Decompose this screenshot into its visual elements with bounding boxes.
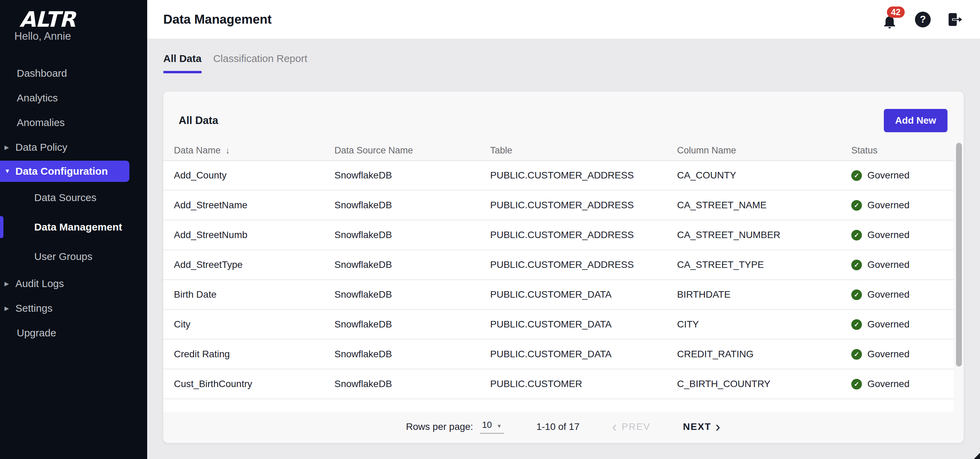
column-header-column-name[interactable]: Column Name	[677, 145, 851, 156]
sidebar-nav: Dashboard Analytics Anomalies Data Polic…	[0, 61, 147, 345]
sidebar-item-audit-logs[interactable]: Audit Logs	[0, 271, 147, 296]
tab-classification-report[interactable]: Classification Report	[213, 53, 307, 73]
cell-status: Governed	[851, 259, 954, 270]
column-header-table[interactable]: Table	[490, 145, 677, 156]
cell-status: Governed	[851, 200, 954, 211]
cell-status: Governed	[851, 170, 954, 181]
cell-table: PUBLIC.CUSTOMER_DATA	[490, 289, 677, 300]
sidebar: ALTR Hello, Annie Dashboard Analytics An…	[0, 0, 147, 459]
table-row[interactable]: Credit Rating SnowflakeDB PUBLIC.CUSTOME…	[163, 340, 954, 370]
active-tab-underline	[163, 71, 202, 73]
governed-check-icon	[851, 200, 862, 211]
altr-logo-text: ALTR	[18, 7, 80, 32]
table-scrollbar-thumb[interactable]	[956, 143, 962, 367]
cell-data-source-name: SnowflakeDB	[334, 319, 490, 330]
rows-per-page-label: Rows per page:	[406, 421, 473, 432]
sidebar-item-analytics[interactable]: Analytics	[0, 86, 147, 110]
notification-badge: 42	[887, 6, 905, 18]
cell-column-name: CA_COUNTY	[677, 170, 851, 181]
cell-status: Governed	[851, 378, 954, 389]
cell-table: PUBLIC.CUSTOMER_DATA	[490, 319, 677, 330]
sidebar-item-settings[interactable]: Settings	[0, 296, 147, 320]
cell-data-name: Add_StreetType	[174, 259, 334, 270]
cell-status: Governed	[851, 230, 954, 241]
governed-check-icon	[851, 319, 862, 330]
cell-column-name: CA_STREET_TYPE	[677, 259, 851, 270]
caret-down-icon	[497, 419, 502, 430]
prev-page-button[interactable]: ‹ PREV	[612, 421, 651, 432]
table-row[interactable]: Add_StreetName SnowflakeDB PUBLIC.CUSTOM…	[163, 191, 954, 221]
cell-data-name: Add_StreetName	[174, 200, 334, 211]
card-header: All Data Add New	[163, 91, 964, 140]
cell-data-source-name: SnowflakeDB	[334, 170, 490, 181]
cell-column-name: CREDIT_RATING	[677, 349, 851, 360]
governed-check-icon	[851, 379, 862, 389]
greeting-text: Hello, Annie	[14, 30, 71, 43]
cell-table: PUBLIC.CUSTOMER_DATA	[490, 349, 677, 360]
sidebar-item-data-sources[interactable]: Data Sources	[0, 183, 147, 212]
column-header-data-name[interactable]: Data Name	[174, 145, 334, 156]
table-row[interactable]: Birth Date SnowflakeDB PUBLIC.CUSTOMER_D…	[163, 280, 954, 310]
table-row[interactable]: Add_County SnowflakeDB PUBLIC.CUSTOMER_A…	[163, 161, 954, 191]
next-page-button[interactable]: NEXT ›	[683, 421, 721, 432]
cell-table: PUBLIC.CUSTOMER	[490, 378, 677, 389]
logout-button[interactable]	[947, 11, 964, 28]
cell-data-source-name: SnowflakeDB	[334, 200, 490, 211]
table-row[interactable]: Add_StreetType SnowflakeDB PUBLIC.CUSTOM…	[163, 250, 954, 280]
cell-data-name: Add_StreetNumb	[174, 230, 334, 241]
sidebar-item-data-policy[interactable]: Data Policy	[0, 135, 147, 159]
altr-logo: ALTR	[18, 7, 80, 32]
table-row[interactable]: Add_StreetNumb SnowflakeDB PUBLIC.CUSTOM…	[163, 221, 954, 250]
governed-check-icon	[851, 170, 862, 181]
cell-data-name: Add_County	[174, 170, 334, 181]
sidebar-item-anomalies[interactable]: Anomalies	[0, 110, 147, 135]
table-row[interactable]: Cust_BirthCountry SnowflakeDB PUBLIC.CUS…	[163, 370, 954, 399]
cell-table: PUBLIC.CUSTOMER_ADDRESS	[490, 259, 677, 270]
cell-data-source-name: SnowflakeDB	[334, 230, 490, 241]
sidebar-item-user-groups[interactable]: User Groups	[0, 242, 147, 271]
cell-table: PUBLIC.CUSTOMER_ADDRESS	[490, 230, 677, 241]
rows-per-page-select[interactable]: 10	[480, 419, 504, 434]
notifications-button[interactable]: 42	[881, 8, 899, 30]
pagination-bar: Rows per page: 10 1-10 of 17 ‹ PREV NEXT…	[163, 412, 964, 441]
help-button[interactable]	[915, 12, 931, 27]
header-icons: 42	[881, 8, 964, 30]
top-header: Data Management 42	[147, 0, 980, 39]
page-title: Data Management	[163, 12, 272, 27]
all-data-card: All Data Add New Data Name Data Source N…	[163, 91, 964, 443]
main-content: Data Management 42 All Data	[147, 0, 980, 459]
cell-data-name: City	[174, 319, 334, 330]
chevron-collapsed-icon	[5, 280, 15, 287]
card-title: All Data	[179, 115, 218, 127]
cell-table: PUBLIC.CUSTOMER_ADDRESS	[490, 200, 677, 211]
cell-data-source-name: SnowflakeDB	[334, 259, 490, 270]
tab-all-data[interactable]: All Data	[163, 53, 202, 73]
sidebar-item-dashboard[interactable]: Dashboard	[0, 61, 147, 86]
cell-column-name: CA_STREET_NUMBER	[677, 230, 851, 241]
cell-data-name: Credit Rating	[174, 349, 334, 360]
cell-column-name: CA_STREET_NAME	[677, 200, 851, 211]
governed-check-icon	[851, 349, 862, 360]
column-header-data-source-name[interactable]: Data Source Name	[334, 145, 490, 156]
sidebar-item-data-configuration[interactable]: Data Configuration	[0, 161, 129, 182]
cell-data-source-name: SnowflakeDB	[334, 378, 490, 389]
governed-check-icon	[851, 260, 862, 270]
cell-data-name: Birth Date	[174, 289, 334, 300]
add-new-button[interactable]: Add New	[884, 109, 948, 132]
table-body: Add_County SnowflakeDB PUBLIC.CUSTOMER_A…	[163, 161, 964, 399]
governed-check-icon	[851, 230, 862, 241]
sort-arrow-down-icon	[226, 145, 230, 156]
cell-column-name: C_BIRTH_COUNTRY	[677, 378, 851, 389]
table-row[interactable]: City SnowflakeDB PUBLIC.CUSTOMER_DATA CI…	[163, 310, 954, 340]
cell-data-source-name: SnowflakeDB	[334, 349, 490, 360]
tab-classification-report-label: Classification Report	[213, 53, 307, 64]
cell-status: Governed	[851, 349, 954, 360]
cell-column-name: BIRTHDATE	[677, 289, 851, 300]
sidebar-item-upgrade[interactable]: Upgrade	[0, 320, 147, 345]
logout-icon	[947, 11, 964, 28]
column-header-status[interactable]: Status	[851, 145, 954, 156]
tab-all-data-label: All Data	[163, 53, 202, 64]
tab-bar: All Data Classification Report	[163, 53, 980, 73]
sidebar-item-data-management[interactable]: Data Management	[0, 212, 147, 242]
chevron-collapsed-icon	[5, 305, 15, 312]
